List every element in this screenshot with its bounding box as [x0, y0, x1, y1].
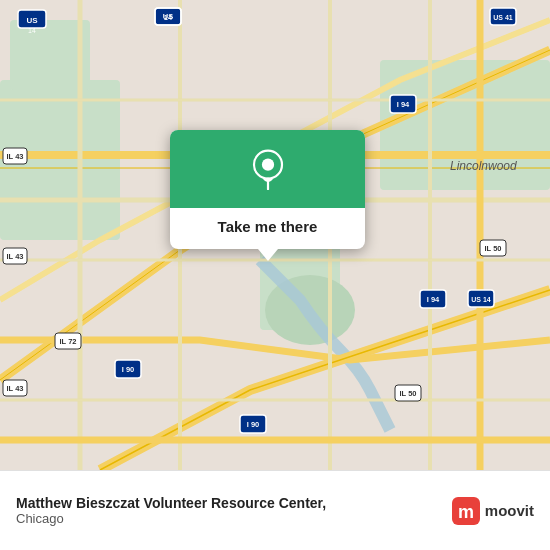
svg-text:I 90: I 90 [122, 365, 135, 374]
svg-text:I 90: I 90 [247, 420, 260, 429]
svg-text:Lincolnwood: Lincolnwood [450, 159, 517, 173]
popup-green-header [170, 130, 365, 208]
svg-text:IL 50: IL 50 [485, 244, 502, 253]
location-pin-icon [247, 148, 289, 190]
svg-text:IL 43: IL 43 [7, 384, 24, 393]
location-name: Matthew Bieszczat Volunteer Resource Cen… [16, 495, 452, 511]
svg-text:US 14: US 14 [471, 296, 491, 303]
svg-text:14: 14 [28, 27, 36, 34]
moovit-logo: m moovit [452, 497, 534, 525]
map-container[interactable]: US 14 US 14 US 41 IL 43 IL 43 IL 43 I 94… [0, 0, 550, 470]
svg-text:m: m [458, 502, 474, 522]
svg-text:US 41: US 41 [493, 14, 513, 21]
svg-text:IL 72: IL 72 [60, 337, 77, 346]
svg-point-39 [261, 159, 273, 171]
svg-text:IL 50: IL 50 [400, 389, 417, 398]
svg-text:IL 43: IL 43 [7, 252, 24, 261]
moovit-m-icon: m [452, 497, 480, 525]
svg-text:IL 43: IL 43 [7, 152, 24, 161]
svg-text:US: US [26, 16, 38, 25]
svg-text:14: 14 [164, 13, 173, 22]
location-info: Matthew Bieszczat Volunteer Resource Cen… [16, 495, 452, 526]
popup[interactable]: Take me there [170, 130, 365, 249]
svg-text:I 94: I 94 [397, 100, 410, 109]
moovit-text: moovit [485, 502, 534, 519]
take-me-there-button[interactable]: Take me there [204, 208, 332, 249]
location-city: Chicago [16, 511, 452, 526]
svg-text:I 94: I 94 [427, 295, 440, 304]
bottom-bar: Matthew Bieszczat Volunteer Resource Cen… [0, 470, 550, 550]
